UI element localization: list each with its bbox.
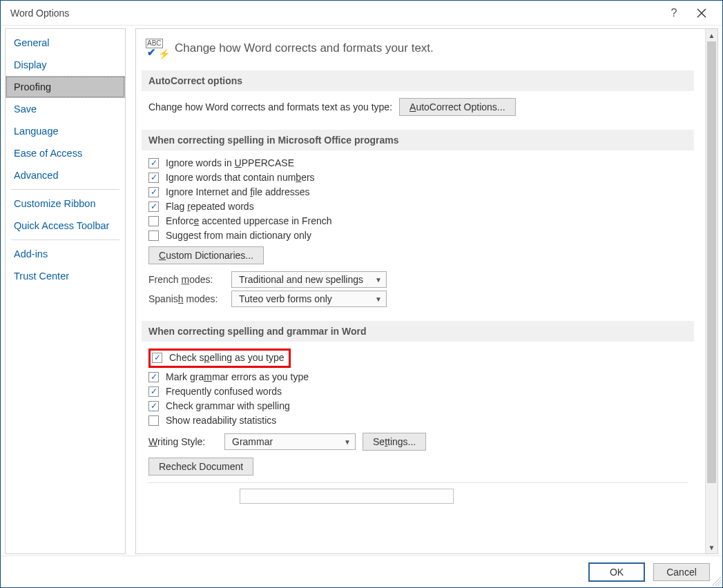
checkbox-frequently-confused[interactable]: [148, 386, 159, 397]
sidebar-item-quick-access-toolbar[interactable]: Quick Access Toolbar: [6, 215, 125, 237]
section-autocorrect-header: AutoCorrect options: [142, 70, 694, 91]
sidebar-item-add-ins[interactable]: Add-ins: [6, 243, 125, 265]
checkbox-french-accent-label: Enforce accented uppercase in French: [166, 215, 332, 226]
sidebar-divider: [11, 239, 119, 240]
french-modes-dropdown[interactable]: Traditional and new spellings ▼: [231, 271, 387, 288]
checkbox-main-dictionary[interactable]: [148, 231, 159, 241]
section-word-spelling-header: When correcting spelling and grammar in …: [142, 321, 694, 342]
spanish-modes-value: Tuteo verb forms only: [239, 293, 332, 304]
sidebar-item-save[interactable]: Save: [6, 98, 125, 120]
main-panel: ABC✔⚡ Change how Word corrects and forma…: [135, 28, 718, 554]
writing-style-value: Grammar: [232, 436, 273, 447]
sidebar-item-language[interactable]: Language: [6, 120, 125, 142]
sidebar-item-ease-of-access[interactable]: Ease of Access: [6, 142, 125, 164]
checkbox-check-spelling-type[interactable]: [152, 353, 162, 363]
writing-style-dropdown[interactable]: Grammar ▼: [224, 433, 356, 450]
checkbox-mark-grammar-type-label: Mark grammar errors as you type: [166, 371, 309, 382]
section-office-spelling-header: When correcting spelling in Microsoft Of…: [142, 130, 694, 150]
dialog-footer: OK Cancel: [1, 556, 722, 587]
sidebar-item-customize-ribbon[interactable]: Customize Ribbon: [6, 193, 125, 215]
checkbox-readability[interactable]: [148, 415, 159, 426]
sidebar: General Display Proofing Save Language E…: [5, 28, 126, 554]
checkbox-main-dictionary-label: Suggest from main dictionary only: [166, 230, 311, 241]
vertical-scrollbar[interactable]: ▲ ▼: [705, 29, 717, 553]
ok-button[interactable]: OK: [588, 562, 645, 582]
sidebar-divider: [11, 189, 119, 190]
sidebar-item-proofing[interactable]: Proofing: [6, 76, 125, 98]
custom-dictionaries-button[interactable]: Custom Dictionaries...: [148, 246, 264, 264]
partial-cutoff-row: [240, 489, 454, 504]
autocorrect-desc: Change how Word corrects and formats tex…: [148, 101, 392, 112]
checkbox-frequently-confused-label: Frequently confused words: [166, 386, 282, 397]
spanish-modes-dropdown[interactable]: Tuteo verb forms only ▼: [231, 291, 387, 307]
scroll-down-arrow-icon[interactable]: ▼: [706, 541, 717, 553]
chevron-down-icon: ▼: [375, 276, 382, 284]
checkbox-flag-repeated-label: Flag repeated words: [166, 201, 254, 212]
checkbox-check-spelling-type-label: Check spelling as you type: [169, 352, 285, 363]
resize-grip-icon[interactable]: [711, 576, 721, 586]
chevron-down-icon: ▼: [375, 295, 382, 303]
highlight-check-spelling: Check spelling as you type: [148, 349, 291, 368]
scroll-thumb[interactable]: [707, 41, 716, 483]
sidebar-item-advanced[interactable]: Advanced: [6, 164, 125, 186]
checkbox-french-accent[interactable]: [148, 216, 159, 226]
sidebar-item-general[interactable]: General: [6, 32, 125, 54]
sidebar-item-display[interactable]: Display: [6, 54, 125, 76]
checkbox-check-grammar-spelling-label: Check grammar with spelling: [166, 400, 290, 411]
window-title: Word Options: [10, 8, 660, 19]
checkbox-ignore-uppercase-label: Ignore words in UPPERCASE: [166, 157, 294, 168]
scroll-up-arrow-icon[interactable]: ▲: [706, 29, 717, 41]
chevron-down-icon: ▼: [344, 438, 351, 446]
writing-style-label: Writing Style:: [148, 436, 218, 447]
checkbox-mark-grammar-type[interactable]: [148, 372, 159, 382]
sidebar-item-trust-center[interactable]: Trust Center: [6, 265, 125, 287]
settings-button[interactable]: Settings...: [363, 433, 426, 451]
checkbox-readability-label: Show readability statistics: [166, 415, 276, 426]
proofing-icon: ABC✔⚡: [146, 39, 168, 58]
close-icon[interactable]: [688, 1, 715, 26]
french-modes-value: Traditional and new spellings: [239, 274, 363, 285]
recheck-document-button[interactable]: Recheck Document: [148, 458, 253, 476]
cancel-button[interactable]: Cancel: [653, 563, 710, 581]
spanish-modes-label: Spanish modes:: [148, 293, 224, 304]
checkbox-ignore-internet[interactable]: [148, 187, 159, 197]
checkbox-ignore-numbers[interactable]: [148, 173, 159, 183]
checkbox-flag-repeated[interactable]: [148, 202, 159, 212]
help-icon[interactable]: ?: [660, 1, 688, 26]
autocorrect-options-button[interactable]: AutoCorrect Options...: [399, 98, 516, 116]
checkbox-ignore-uppercase[interactable]: [148, 158, 159, 168]
checkbox-check-grammar-spelling[interactable]: [148, 401, 159, 411]
french-modes-label: French modes:: [148, 274, 224, 285]
checkbox-ignore-numbers-label: Ignore words that contain numbers: [166, 172, 315, 183]
checkbox-ignore-internet-label: Ignore Internet and file addresses: [166, 186, 310, 197]
page-heading: Change how Word corrects and formats you…: [175, 41, 434, 55]
